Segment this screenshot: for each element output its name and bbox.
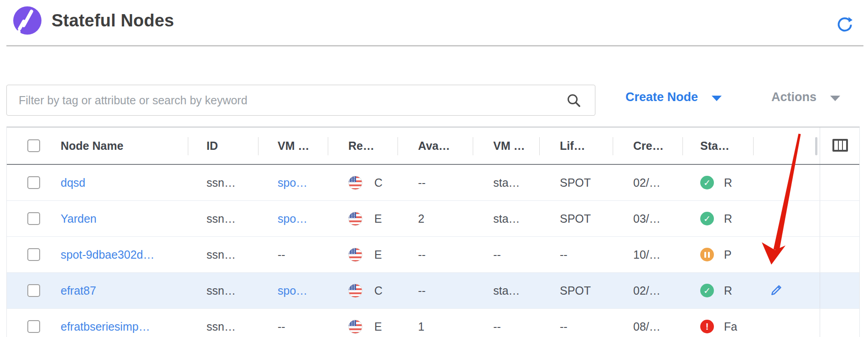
refresh-button[interactable] [836,16,852,33]
availability-zone: 2 [418,212,424,225]
node-name-link[interactable]: efratbseriesimp… [61,320,150,333]
node-id: ssn… [207,320,236,333]
table-row[interactable]: dqsd ssn… spo… C -- sta… SPOT 02/… R [7,165,859,201]
stateful-nodes-table: Node Name ID VM … Re… Ava… VM … Lif… Cre… [6,127,860,337]
node-id: ssn… [207,176,236,189]
column-header-lifecycle[interactable]: Lif… [539,139,613,153]
table-row[interactable]: efratbseriesimp… ssn… -- E 1 -- -- 08/… … [7,309,859,337]
status-icon [700,212,714,225]
status-label: R [724,176,732,189]
lifecycle: SPOT [560,176,591,189]
column-divider [473,137,473,155]
vm-size: sta… [493,212,520,225]
created-date: 08/… [633,320,661,333]
availability-zone: -- [418,284,426,297]
vm-name[interactable]: spo… [278,176,307,189]
created-date: 03/… [633,212,661,225]
created-date: 02/… [633,176,661,189]
column-header-id[interactable]: ID [188,139,258,153]
status-label: R [724,284,732,297]
us-flag-icon [348,320,362,334]
page-header: Stateful Nodes [0,0,868,45]
us-flag-icon [348,212,362,226]
column-header-vm-size[interactable]: VM … [473,139,539,153]
select-all-cell [7,139,51,152]
column-header-status[interactable]: Sta… [682,139,753,153]
column-divider [753,137,754,155]
search-icon [566,92,582,109]
row-checkbox[interactable] [27,284,40,297]
scrollbar-thumb[interactable] [815,137,817,155]
us-flag-icon [348,248,362,262]
column-picker-button[interactable] [831,138,849,153]
vm-size: sta… [493,284,520,297]
column-divider [258,137,258,155]
lifecycle: SPOT [560,284,591,297]
status-icon [700,248,714,261]
us-flag-icon [348,284,362,298]
vm-name[interactable]: spo… [278,212,307,225]
node-id: ssn… [207,284,236,297]
us-flag-icon [348,176,362,190]
status-label: Fa [724,320,737,333]
vm-name: -- [278,320,285,333]
node-name-link[interactable]: dqsd [61,176,85,189]
columns-icon [832,138,849,153]
row-checkbox[interactable] [27,320,40,333]
status-label: R [724,212,732,225]
vm-name[interactable]: spo… [278,284,307,297]
create-node-label: Create Node [625,90,698,104]
availability-zone: -- [418,176,426,189]
table-header-row: Node Name ID VM … Re… Ava… VM … Lif… Cre… [7,128,859,165]
create-node-button[interactable]: Create Node [625,90,722,104]
status-icon [700,176,714,189]
column-header-availability[interactable]: Ava… [398,139,473,153]
column-picker-cell [820,128,860,164]
column-header-vm-name[interactable]: VM … [258,139,328,153]
created-date: 10/… [633,248,661,261]
table-row[interactable]: Yarden ssn… spo… E 2 sta… SPOT 03/… R [7,201,859,237]
pencil-icon [770,284,783,296]
spot-logo-icon [13,6,41,35]
row-checkbox[interactable] [27,212,40,225]
column-header-created[interactable]: Cre… [613,139,682,153]
actions-button[interactable]: Actions [771,90,840,104]
status-label: P [724,248,732,261]
column-header-region[interactable]: Re… [328,139,398,153]
node-name-link[interactable]: efrat87 [61,284,96,297]
vm-size: -- [493,320,501,333]
region-letter: E [374,320,382,333]
chevron-down-icon [712,96,722,101]
column-header-node-name[interactable]: Node Name [51,139,188,153]
filter-bar [6,85,595,116]
filter-input[interactable] [7,85,595,115]
region-letter: C [374,284,382,297]
header-divider [6,45,863,46]
row-checkbox[interactable] [27,248,40,261]
stateful-nodes-page: Stateful Nodes Create Node Actions [0,0,868,337]
table-row[interactable]: spot-9dbae302d… ssn… -- E -- -- -- 10/… … [7,237,859,273]
node-name-link[interactable]: spot-9dbae302d… [61,248,155,261]
region-letter: E [374,212,382,225]
node-id: ssn… [207,212,236,225]
column-divider [682,137,683,155]
node-name-link[interactable]: Yarden [61,212,97,225]
vm-name: -- [278,248,285,261]
column-divider [328,137,328,155]
edit-node-button[interactable] [770,284,783,297]
availability-zone: -- [418,248,426,261]
column-divider [398,137,398,155]
row-checkbox[interactable] [27,176,40,189]
table-row[interactable]: efrat87 ssn… spo… C -- sta… SPOT 02/… R [7,273,859,309]
region-letter: C [374,176,382,189]
chevron-down-icon [830,96,840,101]
created-date: 02/… [633,284,661,297]
node-id: ssn… [207,248,236,261]
column-divider [613,137,613,155]
select-all-checkbox[interactable] [27,139,40,152]
table-body: dqsd ssn… spo… C -- sta… SPOT 02/… R [7,165,859,337]
lifecycle: -- [560,248,568,261]
lifecycle: -- [560,320,568,333]
lifecycle: SPOT [560,212,591,225]
status-icon [700,284,714,297]
